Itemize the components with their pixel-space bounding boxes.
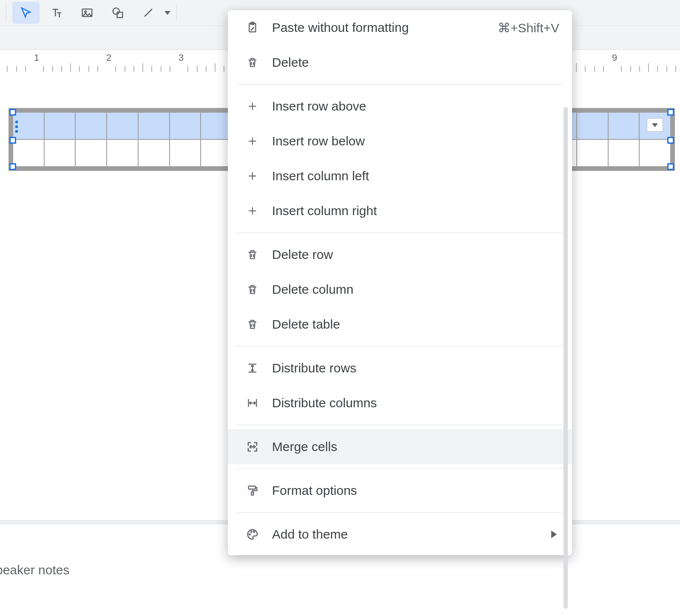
ruler-tick — [43, 66, 44, 72]
table-cell[interactable] — [577, 139, 608, 167]
table-cell[interactable] — [107, 112, 138, 139]
ruler-tick — [133, 66, 134, 72]
row-grip[interactable] — [15, 121, 19, 133]
trash-icon — [242, 244, 263, 265]
menu-separator — [236, 233, 564, 233]
ruler-tick — [88, 66, 89, 72]
ruler-tick — [215, 63, 215, 72]
ruler-tick — [52, 66, 53, 72]
svg-point-1 — [85, 11, 86, 13]
ruler-tick — [170, 66, 170, 72]
ruler-tick — [675, 66, 676, 72]
menu-distribute-rows[interactable]: Distribute rows — [228, 351, 572, 386]
table-cell[interactable] — [170, 139, 201, 167]
table-cell[interactable] — [170, 112, 201, 139]
ruler-tick — [97, 66, 98, 72]
ruler-tick — [25, 66, 26, 72]
table-cell[interactable] — [44, 139, 76, 167]
menu-label: Merge cells — [272, 440, 559, 454]
table-cell[interactable] — [44, 112, 76, 139]
table-cell[interactable] — [201, 112, 232, 139]
menu-separator — [236, 512, 564, 513]
ruler-tick — [666, 66, 667, 72]
select-tool-button[interactable] — [12, 2, 40, 24]
paste-icon — [242, 17, 263, 38]
trash-icon — [242, 52, 263, 73]
svg-point-2 — [113, 8, 119, 14]
svg-rect-3 — [117, 12, 123, 18]
menu-label: Insert column right — [272, 204, 559, 218]
selection-handle[interactable] — [667, 109, 674, 116]
menu-insert-row-below[interactable]: Insert row below — [228, 124, 572, 159]
shape-tool-button[interactable] — [104, 2, 131, 24]
chevron-down-icon — [652, 123, 658, 127]
menu-label: Format options — [272, 483, 559, 498]
menu-merge-cells[interactable]: Merge cells — [228, 429, 572, 464]
selection-handle[interactable] — [9, 109, 16, 116]
ruler-tick — [142, 63, 143, 72]
image-tool-button[interactable] — [74, 2, 101, 24]
menu-add-to-theme[interactable]: Add to theme — [228, 517, 572, 552]
table-cell[interactable] — [608, 139, 640, 167]
menu-separator — [236, 346, 564, 346]
ruler-tick — [16, 66, 17, 72]
ruler-tick — [576, 63, 577, 72]
menu-format-options[interactable]: Format options — [228, 473, 572, 508]
ruler-label: 3 — [178, 52, 184, 63]
ruler-tick — [648, 63, 649, 72]
table-cell[interactable] — [577, 112, 608, 139]
menu-delete[interactable]: Delete — [228, 45, 572, 80]
table-cell[interactable] — [608, 112, 640, 139]
table-cell[interactable] — [138, 112, 170, 139]
selection-handle[interactable] — [9, 163, 16, 170]
ruler-tick — [115, 66, 116, 72]
menu-delete-column[interactable]: Delete column — [228, 272, 572, 307]
ruler-label: 2 — [106, 52, 111, 63]
menu-label: Distribute columns — [272, 396, 559, 410]
menu-label: Insert column left — [272, 169, 559, 183]
table-cell[interactable] — [107, 139, 138, 167]
line-tool-dropdown[interactable] — [135, 2, 170, 24]
menu-separator — [236, 84, 564, 85]
plus-icon — [242, 166, 263, 186]
paint-roller-icon — [242, 480, 263, 501]
svg-point-26 — [254, 531, 255, 533]
trash-icon — [242, 279, 263, 300]
selection-handle[interactable] — [667, 163, 674, 170]
menu-label: Distribute rows — [272, 361, 559, 375]
menu-label: Delete row — [272, 247, 559, 262]
distribute-columns-icon — [242, 393, 263, 413]
table-cell[interactable] — [13, 139, 44, 167]
ruler-tick — [603, 66, 604, 72]
selection-handle[interactable] — [667, 137, 674, 144]
submenu-arrow-icon — [551, 531, 557, 538]
menu-insert-column-right[interactable]: Insert column right — [228, 193, 572, 228]
menu-label: Insert row above — [272, 99, 559, 114]
menu-paste-without-formatting[interactable]: Paste without formatting ⌘+Shift+V — [228, 10, 572, 45]
ruler-tick — [630, 66, 631, 72]
menu-shortcut: ⌘+Shift+V — [498, 20, 559, 35]
menu-insert-row-above[interactable]: Insert row above — [228, 89, 572, 124]
ruler-tick — [197, 66, 198, 72]
table-options-dropdown[interactable] — [647, 118, 663, 132]
ruler-tick — [594, 66, 595, 72]
table-cell[interactable] — [75, 139, 107, 167]
ruler-tick — [206, 66, 207, 72]
selection-handle[interactable] — [9, 137, 16, 144]
table-cell[interactable] — [639, 139, 671, 167]
menu-label: Delete column — [272, 282, 559, 297]
menu-delete-table[interactable]: Delete table — [228, 307, 572, 342]
menu-insert-column-left[interactable]: Insert column left — [228, 159, 572, 193]
plus-icon — [242, 131, 263, 151]
table-cell[interactable] — [75, 112, 107, 139]
ruler-tick — [161, 66, 162, 72]
ruler-tick — [125, 66, 125, 72]
context-menu-scrollbar[interactable] — [564, 107, 568, 609]
table-cell[interactable] — [138, 139, 170, 167]
svg-rect-23 — [252, 492, 254, 495]
plus-icon — [242, 201, 263, 221]
table-cell[interactable] — [201, 139, 232, 167]
menu-delete-row[interactable]: Delete row — [228, 237, 572, 272]
menu-distribute-columns[interactable]: Distribute columns — [228, 386, 572, 420]
textbox-tool-button[interactable] — [43, 2, 70, 24]
